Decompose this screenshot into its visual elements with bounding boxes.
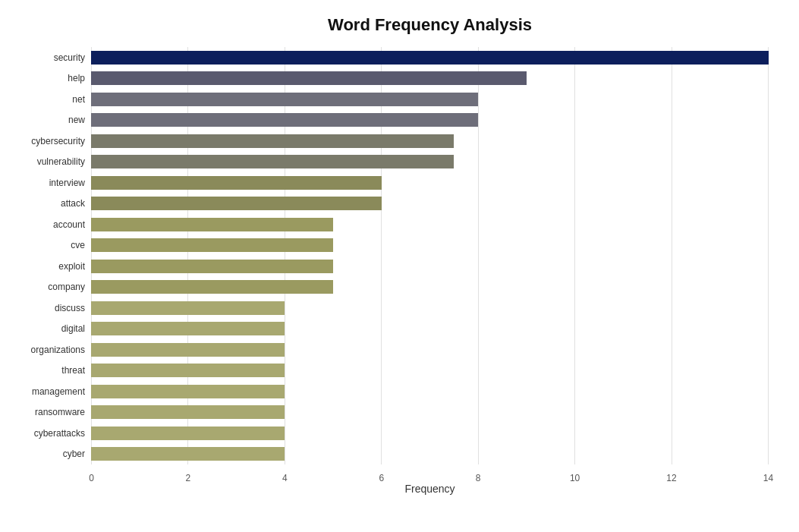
grid-tick-label: 14	[763, 473, 773, 483]
bar-row: threat	[91, 362, 769, 379]
bar-track	[91, 301, 769, 315]
bar-track	[91, 176, 769, 190]
bar-track	[91, 405, 769, 419]
bar-fill	[91, 405, 285, 419]
bar-row: interview	[91, 175, 769, 191]
bar-row: cve	[91, 237, 769, 253]
bar-track	[91, 155, 769, 168]
bar-row: organizations	[91, 342, 769, 358]
bar-fill	[91, 155, 454, 168]
bar-row: discuss	[91, 300, 769, 316]
bar-track	[91, 71, 769, 85]
bar-label: net	[2, 94, 85, 105]
bar-row: digital	[91, 320, 769, 337]
chart-title: Word Frequency Analysis	[91, 15, 769, 35]
bar-row: cyberattacks	[91, 425, 769, 442]
bar-track	[91, 238, 769, 252]
bar-label: account	[2, 219, 85, 230]
bar-fill	[91, 385, 285, 398]
bar-label: discuss	[2, 303, 85, 313]
bar-label: exploit	[2, 261, 85, 272]
bar-fill	[91, 71, 527, 85]
bar-track	[91, 427, 769, 440]
bar-fill	[91, 280, 333, 294]
bar-row: security	[91, 49, 769, 66]
bar-row: vulnerability	[91, 153, 769, 170]
bar-row: account	[91, 216, 769, 233]
bar-label: attack	[2, 198, 85, 209]
grid-tick-label: 0	[89, 473, 94, 483]
bar-fill	[91, 238, 333, 252]
bar-fill	[91, 364, 285, 377]
bar-label: vulnerability	[2, 156, 85, 167]
bar-fill	[91, 113, 478, 127]
bar-label: threat	[2, 365, 85, 376]
bar-row: company	[91, 279, 769, 295]
grid-tick-label: 8	[476, 473, 481, 483]
bar-label: help	[2, 73, 85, 83]
bar-fill	[91, 322, 285, 335]
bar-fill	[91, 343, 285, 357]
chart-container: Word Frequency Analysis 02468101214 secu…	[0, 0, 799, 532]
bar-label: company	[2, 282, 85, 292]
bar-row: attack	[91, 195, 769, 212]
grid-tick-label: 6	[379, 473, 384, 483]
bar-fill	[91, 176, 382, 190]
bar-label: cybersecurity	[2, 136, 85, 146]
bar-track	[91, 322, 769, 335]
bar-track	[91, 385, 769, 398]
chart-area: 02468101214 securityhelpnetnewcybersecur…	[91, 47, 769, 495]
bar-row: exploit	[91, 258, 769, 275]
bar-label: management	[2, 386, 85, 397]
bar-fill	[91, 218, 333, 231]
bar-track	[91, 343, 769, 357]
bar-track	[91, 447, 769, 461]
bar-track	[91, 51, 769, 65]
x-axis-label: Frequency	[91, 483, 769, 495]
bar-row: ransomware	[91, 404, 769, 420]
grid-tick-label: 4	[282, 473, 288, 483]
bar-fill	[91, 197, 382, 210]
bar-row: management	[91, 383, 769, 400]
bar-track	[91, 113, 769, 127]
bar-fill	[91, 134, 454, 148]
bar-label: cyber	[2, 449, 85, 459]
bar-fill	[91, 427, 285, 440]
bar-fill	[91, 447, 285, 461]
bar-label: digital	[2, 323, 85, 334]
bar-label: cyberattacks	[2, 428, 85, 439]
bar-track	[91, 197, 769, 210]
bar-track	[91, 134, 769, 148]
bar-row: help	[91, 70, 769, 87]
bar-label: ransomware	[2, 407, 85, 417]
bar-track	[91, 93, 769, 106]
bar-row: new	[91, 112, 769, 128]
bar-label: organizations	[2, 345, 85, 355]
bar-track	[91, 218, 769, 231]
grid-tick-label: 12	[666, 473, 676, 483]
bar-track	[91, 364, 769, 377]
grid-tick-label: 10	[570, 473, 580, 483]
bar-fill	[91, 301, 285, 315]
bar-row: cyber	[91, 445, 769, 462]
bar-label: interview	[2, 178, 85, 188]
bar-row: net	[91, 91, 769, 108]
bar-label: security	[2, 52, 85, 63]
bar-fill	[91, 51, 769, 65]
bar-label: cve	[2, 240, 85, 250]
grid-tick-label: 2	[186, 473, 191, 483]
bar-track	[91, 280, 769, 294]
bar-fill	[91, 93, 478, 106]
bar-row: cybersecurity	[91, 133, 769, 150]
bar-track	[91, 260, 769, 273]
bar-label: new	[2, 115, 85, 125]
bar-fill	[91, 260, 333, 273]
bars-container: securityhelpnetnewcybersecurityvulnerabi…	[91, 47, 769, 464]
